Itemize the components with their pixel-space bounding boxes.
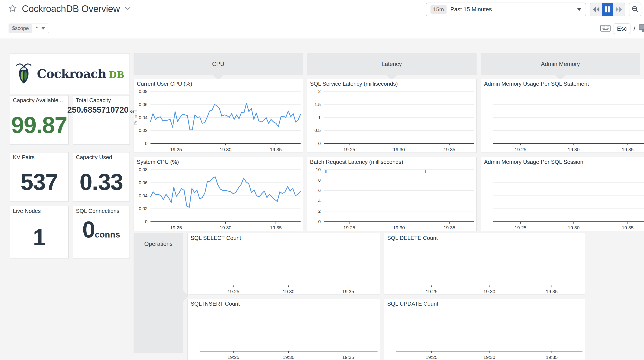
stat-total-capacity[interactable]: Total Capacity 250.6855710720GB bbox=[73, 95, 130, 145]
chart-title: SQL Service Latency (milliseconds) bbox=[307, 79, 476, 89]
stat-title: SQL Connections bbox=[73, 206, 130, 216]
esc-button[interactable]: Esc bbox=[614, 23, 630, 34]
svg-text:19:30: 19:30 bbox=[393, 225, 405, 230]
svg-text:10: 10 bbox=[316, 167, 321, 172]
pause-button[interactable] bbox=[602, 3, 613, 16]
svg-text:0.06: 0.06 bbox=[139, 102, 148, 107]
svg-text:19:35: 19:35 bbox=[622, 225, 634, 230]
chart-canvas[interactable]: 00.020.040.060.0819:2519:3019:35 bbox=[134, 167, 303, 231]
chevron-down-icon[interactable] bbox=[124, 6, 131, 11]
svg-text:0.06: 0.06 bbox=[139, 180, 148, 185]
svg-text:0: 0 bbox=[145, 219, 148, 224]
header: CockroachDB Overview 15m Past 15 Minutes bbox=[0, 0, 644, 39]
svg-text:19:25: 19:25 bbox=[228, 355, 239, 360]
svg-text:19:30: 19:30 bbox=[568, 225, 580, 230]
svg-text:0.02: 0.02 bbox=[139, 128, 148, 133]
svg-text:19:30: 19:30 bbox=[568, 147, 580, 152]
svg-text:0: 0 bbox=[318, 141, 321, 146]
chart-panel-sql-select-count: SQL SELECT Count 19:2519:3019:35 bbox=[187, 233, 380, 295]
svg-text:19:25: 19:25 bbox=[170, 225, 182, 230]
scope-variable-value: * bbox=[36, 25, 38, 31]
template-variable-scope: $scope * bbox=[8, 23, 49, 33]
chart-panel-system-cpu: System CPU (%) 00.020.040.060.0819:2519:… bbox=[134, 157, 303, 231]
chart-title: SQL SELECT Count bbox=[188, 233, 380, 243]
stat-title: Total Capacity bbox=[73, 95, 130, 105]
svg-text:19:25: 19:25 bbox=[344, 225, 355, 230]
cockroach-logo-icon bbox=[15, 62, 32, 85]
chart-panel-admin-memory-session: Admin Memory Usage Per SQL Session 19:25… bbox=[481, 157, 644, 231]
stat-capacity-used[interactable]: Capacity Used 0.33 bbox=[73, 152, 130, 202]
svg-text:0: 0 bbox=[318, 219, 321, 224]
chart-canvas[interactable]: 00.020.040.060.0819:2519:3019:35Percent bbox=[134, 89, 303, 152]
svg-text:19:35: 19:35 bbox=[270, 147, 282, 152]
svg-text:19:25: 19:25 bbox=[426, 289, 438, 294]
chart-title: SQL INSERT Count bbox=[188, 299, 380, 309]
svg-text:Percent: Percent bbox=[134, 110, 138, 125]
stat-sql-connections[interactable]: SQL Connections 0conns bbox=[73, 206, 130, 259]
stat-kv-pairs[interactable]: KV Pairs 537 bbox=[10, 152, 68, 202]
chart-title: Admin Memory Usage Per SQL Session bbox=[481, 157, 644, 167]
fast-forward-button[interactable] bbox=[613, 3, 625, 16]
star-icon[interactable] bbox=[8, 4, 17, 14]
chart-title: Current User CPU (%) bbox=[134, 79, 303, 89]
chart-canvas[interactable]: 19:2519:3019:35 bbox=[384, 309, 584, 360]
svg-text:0.08: 0.08 bbox=[139, 89, 148, 94]
scope-variable-value-dropdown[interactable]: * bbox=[32, 24, 48, 33]
svg-text:0.5: 0.5 bbox=[314, 128, 321, 133]
stat-live-nodes[interactable]: Live Nodes 1 bbox=[10, 206, 68, 259]
scope-variable-name: $scope bbox=[9, 24, 32, 33]
chart-canvas[interactable]: 19:2519:3019:35 bbox=[481, 89, 644, 152]
time-range-label: Past 15 Minutes bbox=[450, 6, 573, 13]
svg-text:19:30: 19:30 bbox=[393, 147, 405, 152]
chart-panel-sql-delete-count: SQL DELETE Count 19:2519:3019:35 bbox=[384, 233, 585, 295]
chart-title: SQL UPDATE Count bbox=[384, 299, 584, 309]
svg-text:0.04: 0.04 bbox=[139, 115, 148, 120]
chart-panel-sql-service-latency: SQL Service Latency (milliseconds) 00.51… bbox=[307, 79, 476, 153]
keyboard-icon[interactable] bbox=[600, 24, 610, 33]
group-header-latency[interactable]: Latency bbox=[307, 53, 476, 75]
rewind-button[interactable] bbox=[590, 3, 602, 16]
chart-canvas[interactable]: 00.511.5219:2519:3019:35 bbox=[307, 89, 476, 152]
slash-shortcut: / bbox=[634, 25, 636, 33]
chart-canvas[interactable]: 19:2519:3019:35 bbox=[188, 309, 380, 360]
svg-text:19:35: 19:35 bbox=[342, 289, 354, 294]
svg-text:19:25: 19:25 bbox=[426, 355, 438, 360]
dropdown-caret-icon bbox=[42, 27, 45, 29]
svg-text:19:30: 19:30 bbox=[282, 355, 294, 360]
monitor-icon[interactable] bbox=[638, 24, 644, 33]
time-range-badge: 15m bbox=[430, 5, 446, 14]
dropdown-caret-icon bbox=[577, 8, 582, 11]
time-range-picker[interactable]: 15m Past 15 Minutes bbox=[426, 2, 586, 16]
svg-text:2: 2 bbox=[318, 209, 321, 214]
svg-text:19:30: 19:30 bbox=[484, 289, 495, 294]
page-title: CockroachDB Overview bbox=[22, 3, 120, 14]
stat-value: 250.6855710720GB bbox=[73, 105, 130, 144]
playback-controls bbox=[590, 2, 625, 16]
group-header-operations[interactable]: Operations bbox=[134, 233, 183, 353]
chart-canvas[interactable]: 024681019:2519:3019:35 bbox=[307, 167, 476, 231]
chart-canvas[interactable]: 19:2519:3019:35 bbox=[481, 167, 644, 231]
stat-title: Capacity Available... bbox=[10, 95, 68, 105]
chart-title: System CPU (%) bbox=[134, 157, 303, 167]
chart-title: Admin Memory Usage Per SQL Statement bbox=[481, 79, 644, 89]
svg-text:8: 8 bbox=[318, 178, 321, 182]
stat-value: 0conns bbox=[73, 216, 130, 258]
cockroachdb-logo-card: Cockroach DB bbox=[10, 53, 130, 94]
group-header-cpu[interactable]: CPU bbox=[134, 53, 303, 75]
chart-canvas[interactable]: 19:2519:3019:35 bbox=[188, 243, 380, 295]
dashboard: CockroachDB Overview 15m Past 15 Minutes bbox=[0, 0, 644, 360]
stat-value: 537 bbox=[10, 162, 68, 201]
svg-text:0: 0 bbox=[145, 141, 148, 146]
group-header-admin-memory[interactable]: Admin Memory bbox=[481, 53, 640, 75]
svg-text:4: 4 bbox=[318, 198, 321, 203]
svg-text:19:35: 19:35 bbox=[546, 289, 558, 294]
chart-title: SQL DELETE Count bbox=[384, 233, 584, 243]
zoom-out-button[interactable] bbox=[629, 2, 642, 16]
svg-text:19:30: 19:30 bbox=[220, 225, 231, 230]
chart-panel-admin-memory-statement: Admin Memory Usage Per SQL Statement 19:… bbox=[481, 79, 644, 153]
chart-canvas[interactable]: 19:2519:3019:35 bbox=[384, 243, 584, 295]
dashboard-title-area: CockroachDB Overview bbox=[8, 3, 131, 14]
svg-text:1: 1 bbox=[318, 115, 321, 120]
svg-text:6: 6 bbox=[318, 188, 321, 193]
stat-capacity-available[interactable]: Capacity Available... 99.87 bbox=[10, 95, 68, 145]
